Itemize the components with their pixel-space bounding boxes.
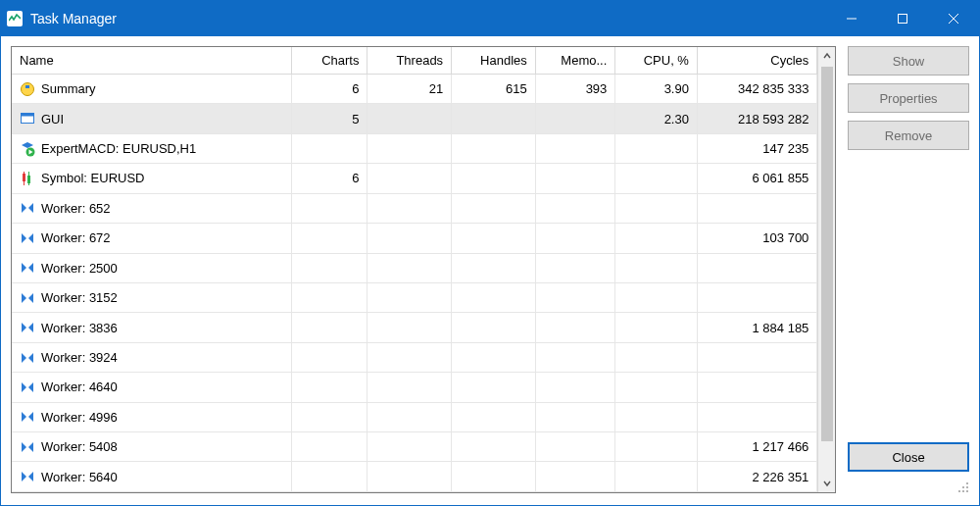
column-header-threads[interactable]: Threads <box>368 47 452 75</box>
worker-icon <box>20 409 35 425</box>
cell-memory <box>535 253 615 282</box>
row-name-label: Worker: 652 <box>41 201 111 216</box>
cell-threads <box>368 373 452 402</box>
cell-charts: 6 <box>292 164 368 193</box>
cell-memory: 393 <box>535 75 615 104</box>
cell-cycles <box>697 253 816 282</box>
worker-icon <box>20 200 35 216</box>
cell-cycles <box>697 282 816 312</box>
row-name-label: GUI <box>41 112 64 126</box>
cell-threads: 21 <box>368 75 452 104</box>
table-row[interactable]: Worker: 3924 <box>12 342 817 372</box>
table-row[interactable]: Worker: 54081 217 466 <box>12 432 817 462</box>
cell-memory <box>535 133 615 163</box>
cell-charts <box>292 224 368 253</box>
cell-threads <box>368 253 452 282</box>
cell-cycles: 342 835 333 <box>697 75 816 104</box>
cell-charts <box>292 402 368 431</box>
cell-charts <box>292 253 368 282</box>
column-header-memory[interactable]: Memo... <box>535 47 615 75</box>
svg-point-37 <box>958 490 960 492</box>
cell-threads <box>368 224 452 253</box>
action-sidebar: Show Properties Remove Close <box>848 46 969 493</box>
table-row[interactable]: ExpertMACD: EURUSD,H1147 235 <box>12 133 817 163</box>
scroll-up-icon[interactable] <box>818 47 835 65</box>
cell-handles <box>452 133 536 163</box>
maximize-button[interactable] <box>877 1 928 36</box>
cell-memory <box>535 224 615 253</box>
cell-cpu: 2.30 <box>615 104 698 133</box>
cell-cpu <box>615 462 698 492</box>
cell-charts <box>292 282 368 312</box>
minimize-button[interactable] <box>826 1 877 36</box>
cell-memory <box>535 104 615 133</box>
cell-charts <box>292 133 368 163</box>
cell-cycles: 218 593 282 <box>697 104 816 133</box>
cell-cycles <box>697 342 816 372</box>
svg-point-4 <box>22 82 34 95</box>
vertical-scrollbar[interactable] <box>817 47 835 492</box>
table-row[interactable]: Worker: 4640 <box>12 373 817 402</box>
cell-cpu <box>615 164 698 193</box>
column-header-cycles[interactable]: Cycles <box>697 47 816 75</box>
svg-marker-17 <box>28 233 33 243</box>
table-row[interactable]: Worker: 2500 <box>12 253 817 282</box>
cell-cpu <box>615 432 698 462</box>
svg-rect-1 <box>899 15 907 24</box>
svg-marker-15 <box>28 203 33 213</box>
cell-threads <box>368 313 452 342</box>
cell-threads <box>368 342 452 372</box>
row-name-label: Worker: 2500 <box>41 261 118 276</box>
properties-button[interactable]: Properties <box>848 83 969 113</box>
cell-handles <box>452 164 536 193</box>
client-area: NameChartsThreadsHandlesMemo...CPU, %Cyc… <box>1 36 979 505</box>
table-row[interactable]: Symbol: EURUSD66 061 855 <box>12 164 817 193</box>
svg-marker-30 <box>22 442 26 452</box>
row-name-label: Worker: 4996 <box>41 410 118 425</box>
worker-icon <box>20 439 35 455</box>
table-row[interactable]: Summary6216153933.90342 835 333 <box>12 75 817 104</box>
table-row[interactable]: Worker: 56402 226 351 <box>12 462 817 492</box>
symbol-icon <box>20 171 35 186</box>
worker-icon <box>20 469 35 484</box>
remove-button[interactable]: Remove <box>848 121 969 150</box>
cell-handles: 615 <box>452 75 536 104</box>
worker-icon <box>20 380 35 395</box>
svg-point-36 <box>966 486 968 488</box>
close-window-button[interactable] <box>928 1 979 36</box>
cell-cpu <box>615 373 698 402</box>
cell-charts <box>292 462 368 492</box>
table-row[interactable]: Worker: 3152 <box>12 282 817 312</box>
cell-cycles: 6 061 855 <box>697 164 816 193</box>
cell-cpu <box>615 193 698 223</box>
column-header-cpu[interactable]: CPU, % <box>615 47 698 75</box>
svg-point-35 <box>962 486 964 488</box>
cell-cycles: 147 235 <box>697 133 816 163</box>
cell-handles <box>452 282 536 312</box>
cell-memory <box>535 342 615 372</box>
table-row[interactable]: GUI52.30218 593 282 <box>12 104 817 133</box>
cell-cpu <box>615 282 698 312</box>
show-button[interactable]: Show <box>848 46 969 76</box>
cell-cpu <box>615 402 698 431</box>
svg-marker-19 <box>28 263 33 273</box>
row-name-label: Worker: 3924 <box>41 350 118 365</box>
titlebar[interactable]: Task Manager <box>1 1 979 36</box>
app-icon <box>7 11 23 26</box>
table-row[interactable]: Worker: 38361 884 185 <box>12 313 817 342</box>
close-button[interactable]: Close <box>848 442 969 472</box>
scroll-down-icon[interactable] <box>818 475 835 492</box>
svg-marker-31 <box>28 442 33 452</box>
cell-threads <box>368 432 452 462</box>
column-header-name[interactable]: Name <box>12 47 292 75</box>
table-row[interactable]: Worker: 672103 700 <box>12 224 817 253</box>
process-table: NameChartsThreadsHandlesMemo...CPU, %Cyc… <box>11 46 836 493</box>
table-row[interactable]: Worker: 4996 <box>12 402 817 431</box>
table-row[interactable]: Worker: 652 <box>12 193 817 223</box>
column-header-charts[interactable]: Charts <box>292 47 368 75</box>
cell-memory <box>535 373 615 402</box>
scroll-thumb[interactable] <box>821 67 833 441</box>
cell-handles <box>452 342 536 372</box>
resize-grip-icon[interactable] <box>956 480 969 493</box>
column-header-handles[interactable]: Handles <box>452 47 536 75</box>
